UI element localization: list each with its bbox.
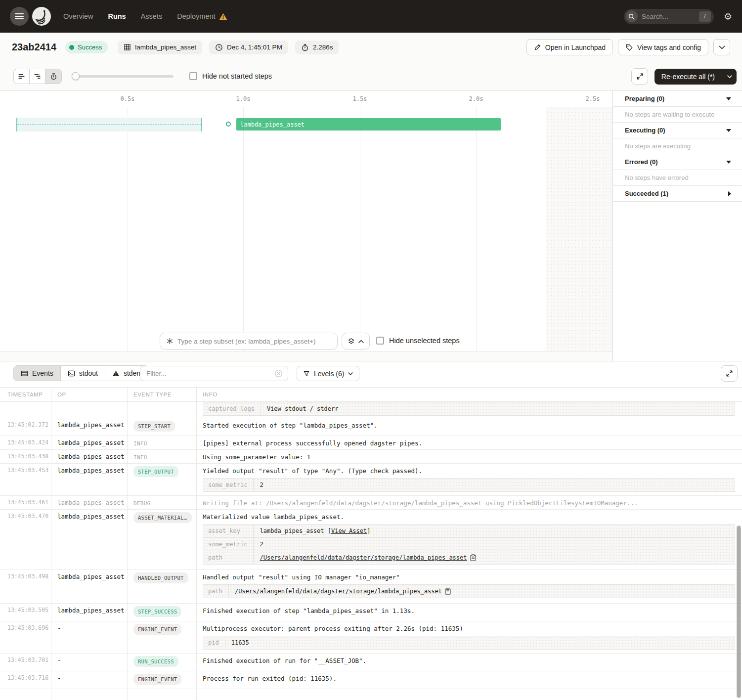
sidebar-section-executing[interactable]: Executing (0) [613,123,742,138]
logs-tab-label: Events [32,369,53,377]
event-op: lambda_pipes_asset [51,496,128,509]
logs-filter-box[interactable] [140,366,288,381]
reexecute-caret-button[interactable] [722,69,737,85]
open-in-launchpad-label: Open in Launchpad [545,44,606,51]
event-type-badge: STEP_SUCCESS [133,606,181,617]
sidebar-section-succeeded[interactable]: Succeeded (1) [613,186,742,202]
event-type-cell: INFO [128,450,197,463]
event-log-row[interactable]: 13:45:03.716-ENGINE_EVENTProcess for run… [0,671,742,689]
event-op: - [51,671,128,689]
event-info-text: Multiprocess executor: parent process ex… [203,624,735,632]
event-type-cell: STEP_START [128,418,197,436]
view-mode-timed-button[interactable] [45,69,61,84]
logs-expand-button[interactable] [721,365,738,382]
reexecute-all-button[interactable]: Re-execute all (*) [655,69,737,85]
event-log-row[interactable]: 13:45:03.470lambda_pipes_assetASSET_MATE… [0,510,742,570]
view-mode-waterfall-button[interactable] [30,69,45,84]
event-type-cell: ENGINE_EVENT [128,671,197,689]
event-log-row[interactable]: 13:45:03.701-RUN_SUCCESSFinished executi… [0,654,742,671]
clear-filter-icon[interactable] [274,369,283,378]
gantt-timeline-header: 0.5s1.0s1.5s2.0s2.5s [0,91,612,107]
nav-item-deployment[interactable]: Deployment [177,12,227,20]
event-info-text: Yielded output "result" of type "Any". (… [203,467,735,475]
metadata-value: lambda_pipes_asset [View Asset] [254,525,735,538]
sidebar-section-errored[interactable]: Errored (0) [613,154,742,170]
open-in-launchpad-button[interactable]: Open in Launchpad [526,39,613,55]
event-type-cell: INFO [128,436,197,449]
event-op: lambda_pipes_asset [51,510,128,569]
collapse-down-icon [726,97,731,100]
gantt-expand-button[interactable] [631,68,648,85]
job-tag[interactable]: lambda_pipes_asset [118,41,202,54]
logs-scrollbar[interactable] [737,525,741,698]
event-type-cell: ASSET_MATERIALIZAT… [128,510,197,569]
event-log-row[interactable]: 13:45:03.696-ENGINE_EVENTMultiprocess ex… [0,621,742,654]
gear-icon[interactable]: ⚙ [724,12,732,21]
metadata-value: /Users/alangenfeld/data/dagster/storage/… [254,551,735,565]
hamburger-menu-button[interactable] [10,7,29,26]
nav-item-overview[interactable]: Overview [63,12,93,20]
event-timestamp: 13:45:03.716 [0,671,51,689]
event-type-cell: STEP_SUCCESS [128,604,197,621]
logs-tab-events[interactable]: Events [14,366,61,381]
view-asset-link[interactable]: View Asset [331,527,367,534]
metadata-link[interactable]: /Users/alangenfeld/data/dagster/storage/… [260,554,467,561]
view-tags-config-button[interactable]: View tags and config [618,39,708,55]
event-log-row[interactable]: 13:45:03.498lambda_pipes_assetHANDLED_OU… [0,570,742,604]
graph-query-toggle-button[interactable] [342,333,370,350]
event-info-text: Process for run exited (pid: 11635). [203,674,735,682]
nav-item-label: Runs [108,12,126,20]
metadata-value: 2 [254,538,735,551]
sidebar-section-preparing[interactable]: Preparing (0) [613,91,742,107]
levels-filter-button[interactable]: Levels (6) [297,366,359,381]
event-timestamp: 13:45:03.470 [0,510,51,569]
hamburger-icon [15,13,24,20]
step-subset-input[interactable] [177,338,331,345]
step-subset-box[interactable] [160,333,338,350]
metadata-key: some_metric [203,538,254,551]
chevron-down-icon [719,45,725,49]
event-log-row[interactable]: 13:45:03.505lambda_pipes_assetSTEP_SUCCE… [0,604,742,621]
event-op: lambda_pipes_asset [51,450,128,463]
expand-icon [636,73,644,80]
nav-item-assets[interactable]: Assets [141,12,163,20]
timer-icon [50,73,57,80]
event-timestamp: 13:45:03.453 [0,464,51,495]
step-status-sidebar: Preparing (0)No steps are waiting to exe… [613,91,742,361]
event-type-badge: ASSET_MATERIALIZAT… [133,512,192,523]
view-mode-flat-button[interactable] [14,69,30,84]
success-dot-icon [69,45,74,50]
copy-clipboard-icon[interactable] [470,554,476,561]
event-log-row[interactable]: 13:45:03.453lambda_pipes_assetSTEP_OUTPU… [0,464,742,496]
event-type-badge: ENGINE_EVENT [133,624,181,635]
hide-unselected-checkbox[interactable] [376,337,384,345]
dagster-logo[interactable] [32,6,51,26]
gantt-step-bar[interactable]: lambda_pipes_asset [236,118,501,131]
nav-item-runs[interactable]: Runs [108,12,126,20]
event-log-row[interactable]: 13:45:03.438lambda_pipes_assetINFOUsing … [0,450,742,464]
logs-tab-stdout[interactable]: stdout [61,366,105,381]
search-box[interactable]: / [624,9,714,24]
gantt-section: 0.5s1.0s1.5s2.0s2.5s lambda_pipes_asset [0,90,742,361]
hide-not-started-checkbox[interactable] [189,72,197,80]
slider-handle[interactable] [72,72,80,80]
event-log-empty-row [0,689,742,700]
grid-icon [124,44,131,51]
event-log-row[interactable]: captured_logsView stdout / stderr [0,402,742,418]
event-log-row[interactable]: 13:45:02.372lambda_pipes_assetSTEP_START… [0,418,742,436]
event-log-row[interactable]: 13:45:03.424lambda_pipes_assetINFO[pipes… [0,436,742,450]
search-shortcut-key: / [699,11,711,22]
zoom-slider[interactable] [72,73,174,80]
reexecute-all-label: Re-execute all (*) [655,73,722,81]
search-input[interactable] [642,13,691,20]
event-timestamp: 13:45:03.696 [0,621,51,653]
event-metadata-table: asset_keylambda_pipes_asset [View Asset]… [203,524,735,565]
event-log-row[interactable]: 13:45:03.461lambda_pipes_assetDEBUGWriti… [0,496,742,510]
metadata-value: 11635 [225,636,735,650]
run-more-actions-button[interactable] [713,39,730,55]
metadata-link[interactable]: /Users/alangenfeld/data/dagster/storage/… [235,588,442,595]
copy-clipboard-icon[interactable] [445,588,451,595]
logs-filter-input[interactable] [146,370,274,377]
job-name: lambda_pipes_asset [135,44,196,51]
search-icon [626,10,638,22]
